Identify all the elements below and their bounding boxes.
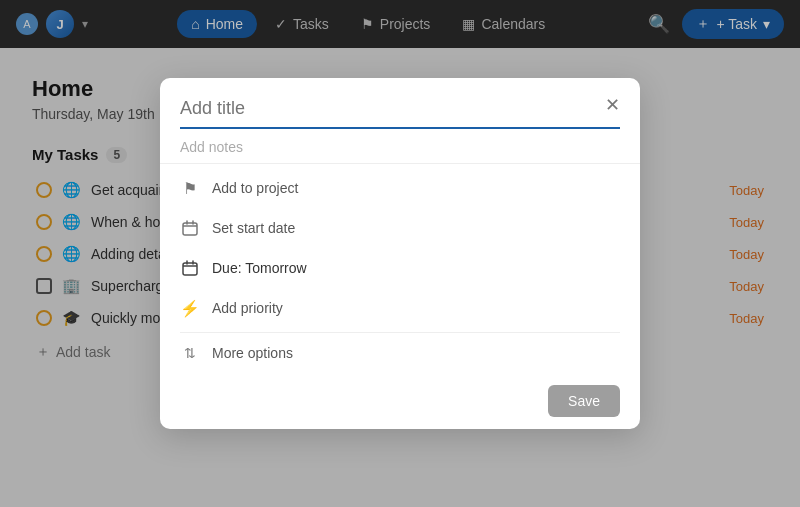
due-date-icon — [180, 258, 200, 278]
modal-options: ⚑ Add to project Set start date — [160, 164, 640, 332]
modal-notes-field[interactable]: Add notes — [160, 129, 640, 164]
modal-header-wrap: ✕ — [160, 78, 640, 129]
modal-option-due-date[interactable]: Due: Tomorrow — [160, 248, 640, 288]
modal-option-more[interactable]: ⇅ More options — [160, 333, 640, 373]
modal-header — [160, 78, 640, 129]
project-icon: ⚑ — [180, 178, 200, 198]
start-date-icon — [180, 218, 200, 238]
modal-option-priority[interactable]: ⚡ Add priority — [160, 288, 640, 328]
modal-close-button[interactable]: ✕ — [605, 96, 620, 114]
add-task-modal: ✕ Add notes ⚑ Add to project Set start d… — [160, 78, 640, 429]
svg-rect-0 — [183, 223, 197, 235]
modal-option-project[interactable]: ⚑ Add to project — [160, 168, 640, 208]
modal-option-start-date[interactable]: Set start date — [160, 208, 640, 248]
save-button[interactable]: Save — [548, 385, 620, 417]
more-options-icon: ⇅ — [180, 343, 200, 363]
modal-footer: Save — [160, 373, 640, 429]
priority-icon: ⚡ — [180, 298, 200, 318]
modal-title-input[interactable] — [180, 98, 620, 129]
modal-overlay: ✕ Add notes ⚑ Add to project Set start d… — [0, 0, 800, 507]
svg-rect-1 — [183, 263, 197, 275]
